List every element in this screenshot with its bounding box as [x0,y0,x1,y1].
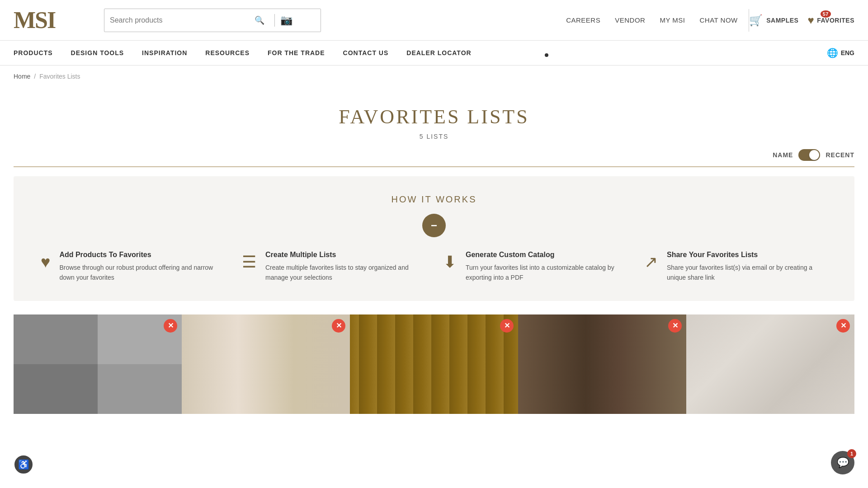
how-it-works-collapse[interactable]: − [422,214,446,237]
nav-for-the-trade[interactable]: FOR THE TRADE [268,49,325,56]
cart-icon: 🛒 [749,14,763,27]
search-icon[interactable]: 🔍 [255,15,264,25]
card-3-image [350,314,518,414]
nav-contact-us[interactable]: CONTACT US [343,49,389,56]
card-2: ✕ [182,314,350,414]
how-features-list: ♥ Add Products To Favorites Browse throu… [41,251,827,283]
product-cards-section: ✕ ✕ ✕ ✕ ✕ [0,301,868,414]
careers-link[interactable]: CAREERS [566,16,600,24]
nav-dealer-locator[interactable]: DEALER LOCATOR [406,49,471,56]
feature-add-title: Add Products To Favorites [59,251,224,259]
share-feature-icon: ↗ [644,253,658,272]
chat-icon: 💬 [837,457,849,469]
feature-multiple-lists: ☰ Create Multiple Lists Create multiple … [242,251,425,283]
nav-inspiration[interactable]: INSPIRATION [142,49,187,56]
camera-icon[interactable]: 📷 [280,14,292,26]
feature-multiple-lists-text: Create Multiple Lists Create multiple fa… [265,251,425,283]
logo[interactable]: MSI [14,9,86,32]
feature-catalog-title: Generate Custom Catalog [466,251,626,259]
search-bar: 🔍 📷 [104,9,321,32]
card-3-close[interactable]: ✕ [500,319,514,333]
how-it-works-title: HOW IT WORKS [41,194,827,205]
section-divider [14,166,854,167]
language-selector[interactable]: 🌐 ENG [827,47,854,58]
card-4-close[interactable]: ✕ [668,319,682,333]
feature-add-products: ♥ Add Products To Favorites Browse throu… [41,251,224,283]
feature-list-desc: Create multiple favorites lists to stay … [265,263,425,283]
breadcrumb: Home / Favorites Lists [0,66,868,87]
feature-add-desc: Browse through our robust product offeri… [59,263,224,283]
card-1: ✕ [14,314,182,414]
breadcrumb-separator: / [34,73,36,80]
page-title: FAVORITES LISTS [0,105,868,128]
page-header: FAVORITES LISTS 5 LISTS [0,87,868,149]
card-2-close[interactable]: ✕ [332,319,345,333]
divider [274,14,275,27]
list-feature-icon: ☰ [242,253,256,272]
favorites-badge: 57 [821,10,831,18]
sort-name-label: NAME [773,151,793,159]
feature-share-lists: ↗ Share Your Favorites Lists Share your … [644,251,827,283]
lang-label: ENG [841,49,854,56]
feature-share-text: Share Your Favorites Lists Share your fa… [667,251,827,283]
accessibility-icon: ♿ [18,459,29,470]
heart-icon: ♥ [807,14,814,27]
card-4: ✕ [518,314,686,414]
chat-button[interactable]: 💬 1 [831,451,854,474]
card-5-close[interactable]: ✕ [836,319,850,333]
card-5-image [686,314,854,414]
breadcrumb-home[interactable]: Home [14,73,30,80]
nav-products[interactable]: PRODUCTS [14,49,53,56]
heart-feature-icon: ♥ [41,253,50,272]
chat-badge: 1 [847,449,856,458]
feature-share-desc: Share your favorites list(s) via email o… [667,263,827,283]
feature-list-title: Create Multiple Lists [265,251,425,259]
my-msi-link[interactable]: MY MSI [660,16,685,24]
header-nav: CAREERS VENDOR MY MSI CHAT NOW [566,16,738,24]
accessibility-button[interactable]: ♿ [14,455,33,474]
card-1-close[interactable]: ✕ [164,319,177,333]
card-2-image [182,314,350,414]
vendor-link[interactable]: VENDOR [615,16,645,24]
breadcrumb-current: Favorites Lists [39,73,80,80]
sort-recent-label: RECENT [826,151,854,159]
list-count: 5 LISTS [0,133,868,140]
samples-label: SAMPLES [766,17,798,24]
feature-catalog-desc: Turn your favorites list into a customiz… [466,263,626,283]
samples-button[interactable]: 🛒 SAMPLES [749,14,799,27]
how-it-works-section: HOW IT WORKS − ♥ Add Products To Favorit… [14,176,854,301]
sort-toggle: NAME RECENT [0,149,868,166]
favorites-button[interactable]: 57 ♥ FAVORITES [807,14,854,27]
feature-share-title: Share Your Favorites Lists [667,251,827,259]
feature-catalog-text: Generate Custom Catalog Turn your favori… [466,251,626,283]
header: MSI 🔍 📷 CAREERS VENDOR MY MSI CHAT NOW 🛒… [0,0,868,41]
card-5: ✕ [686,314,854,414]
main-nav: PRODUCTS DESIGN TOOLS INSPIRATION RESOUR… [0,41,868,66]
download-feature-icon: ⬇ [443,253,457,272]
nav-resources[interactable]: RESOURCES [205,49,250,56]
favorites-label: FAVORITES [817,17,854,24]
nav-design-tools[interactable]: DESIGN TOOLS [71,49,124,56]
header-actions: 🛒 SAMPLES 57 ♥ FAVORITES [749,14,854,27]
globe-icon: 🌐 [827,47,838,58]
card-1-image [14,314,182,414]
card-3: ✕ [350,314,518,414]
feature-generate-catalog: ⬇ Generate Custom Catalog Turn your favo… [443,251,626,283]
search-input[interactable] [110,16,255,24]
sort-toggle-switch[interactable] [798,149,820,161]
chat-now-link[interactable]: CHAT NOW [699,16,737,24]
toggle-thumb [809,150,819,160]
card-4-image [518,314,686,414]
feature-add-products-text: Add Products To Favorites Browse through… [59,251,224,283]
